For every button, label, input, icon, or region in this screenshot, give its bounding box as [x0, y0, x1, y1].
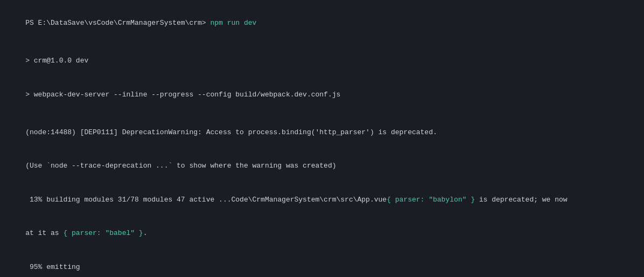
- dep-warn-text-1: (node:14488) [DEP0111] DeprecationWarnin…: [25, 128, 437, 136]
- building-middle: is deprecated; we now: [475, 196, 568, 204]
- prompt-cmd: npm run dev: [210, 19, 256, 27]
- emitting-line: 95% emitting: [9, 251, 635, 277]
- cmd-line-2: > webpack-dev-server --inline --progress…: [9, 78, 635, 112]
- building-line-2: at it as { parser: "babel" }.: [9, 217, 635, 250]
- building-line: 13% building modules 31/78 modules 47 ac…: [9, 183, 635, 217]
- gap-1: [9, 40, 635, 44]
- building2-suffix: .: [143, 229, 148, 237]
- cmd-line-1: > crm@1.0.0 dev: [9, 44, 635, 78]
- prompt-path: PS E:\DataSave\vsCode\CrmManagerSystem\c…: [25, 19, 210, 27]
- cmd-text-2: > webpack-dev-server --inline --progress…: [25, 91, 340, 99]
- dep-warn-line-2: (Use `node --trace-deprecation ...` to s…: [9, 150, 635, 183]
- building-code2: { parser: "babel" }: [63, 229, 143, 237]
- building-code1: { parser: "babylon" }: [387, 196, 475, 204]
- terminal: PS E:\DataSave\vsCode\CrmManagerSystem\c…: [0, 0, 644, 277]
- prompt-line: PS E:\DataSave\vsCode\CrmManagerSystem\c…: [9, 6, 635, 40]
- building2-prefix: at it as: [25, 229, 63, 237]
- gap-2: [9, 112, 635, 116]
- dep-warn-line-1: (node:14488) [DEP0111] DeprecationWarnin…: [9, 116, 635, 149]
- cmd-text-1: > crm@1.0.0 dev: [25, 57, 88, 65]
- building-prefix: 13% building modules 31/78 modules 47 ac…: [25, 196, 387, 204]
- dep-warn-text-2: (Use `node --trace-deprecation ...` to s…: [25, 162, 336, 170]
- emitting-text: 95% emitting: [25, 263, 80, 271]
